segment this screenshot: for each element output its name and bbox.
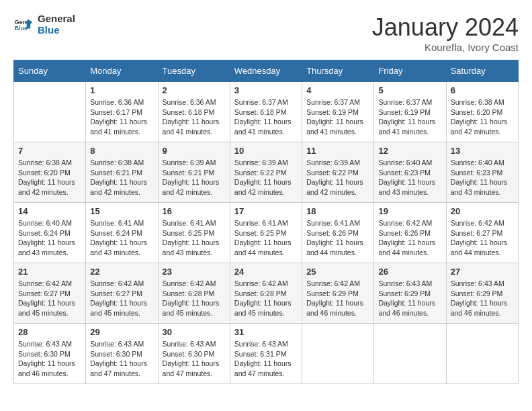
day-info: Sunrise: 6:38 AM Sunset: 6:21 PM Dayligh… [90,158,153,197]
day-info: Sunrise: 6:36 AM Sunset: 6:17 PM Dayligh… [90,97,153,137]
day-info: Sunrise: 6:38 AM Sunset: 6:20 PM Dayligh… [451,97,514,137]
day-info: Sunrise: 6:39 AM Sunset: 6:22 PM Dayligh… [306,158,369,197]
day-info: Sunrise: 6:42 AM Sunset: 6:26 PM Dayligh… [378,218,441,258]
day-info: Sunrise: 6:43 AM Sunset: 6:31 PM Dayligh… [234,339,298,379]
day-cell: 8Sunrise: 6:38 AM Sunset: 6:21 PM Daylig… [86,142,158,203]
day-cell: 2Sunrise: 6:36 AM Sunset: 6:18 PM Daylig… [158,82,230,142]
day-info: Sunrise: 6:42 AM Sunset: 6:29 PM Dayligh… [306,279,369,318]
day-number: 5 [378,85,441,95]
day-cell: 13Sunrise: 6:40 AM Sunset: 6:23 PM Dayli… [446,142,518,203]
day-number: 6 [451,85,514,95]
day-number: 21 [18,267,81,277]
day-info: Sunrise: 6:43 AM Sunset: 6:30 PM Dayligh… [18,339,81,379]
day-cell: 20Sunrise: 6:42 AM Sunset: 6:27 PM Dayli… [446,203,518,263]
day-info: Sunrise: 6:39 AM Sunset: 6:22 PM Dayligh… [234,158,298,197]
day-info: Sunrise: 6:40 AM Sunset: 6:23 PM Dayligh… [451,158,514,197]
day-number: 28 [18,327,81,337]
day-info: Sunrise: 6:43 AM Sunset: 6:29 PM Dayligh… [451,279,514,318]
week-row-2: 7Sunrise: 6:38 AM Sunset: 6:20 PM Daylig… [14,142,519,203]
day-cell: 11Sunrise: 6:39 AM Sunset: 6:22 PM Dayli… [302,142,374,203]
day-cell: 15Sunrise: 6:41 AM Sunset: 6:24 PM Dayli… [86,203,158,263]
week-row-5: 28Sunrise: 6:43 AM Sunset: 6:30 PM Dayli… [14,324,519,384]
day-info: Sunrise: 6:36 AM Sunset: 6:18 PM Dayligh… [163,97,226,137]
day-number: 29 [90,327,153,337]
day-info: Sunrise: 6:37 AM Sunset: 6:18 PM Dayligh… [234,97,298,137]
day-cell: 21Sunrise: 6:42 AM Sunset: 6:27 PM Dayli… [14,263,86,324]
day-cell: 24Sunrise: 6:42 AM Sunset: 6:28 PM Dayli… [230,263,302,324]
day-number: 31 [234,327,298,337]
day-cell: 3Sunrise: 6:37 AM Sunset: 6:18 PM Daylig… [230,82,302,142]
day-info: Sunrise: 6:41 AM Sunset: 6:24 PM Dayligh… [90,218,153,258]
day-info: Sunrise: 6:39 AM Sunset: 6:21 PM Dayligh… [163,158,226,197]
calendar-table: SundayMondayTuesdayWednesdayThursdayFrid… [13,60,519,384]
day-header-tuesday: Tuesday [158,60,230,82]
day-number: 25 [306,267,369,277]
day-number: 15 [90,206,153,216]
day-header-sunday: Sunday [14,60,86,82]
day-info: Sunrise: 6:41 AM Sunset: 6:25 PM Dayligh… [234,218,298,258]
day-number: 23 [163,267,226,277]
week-row-1: 1Sunrise: 6:36 AM Sunset: 6:17 PM Daylig… [14,82,519,142]
day-header-saturday: Saturday [446,60,518,82]
day-info: Sunrise: 6:43 AM Sunset: 6:30 PM Dayligh… [90,339,153,379]
day-info: Sunrise: 6:41 AM Sunset: 6:26 PM Dayligh… [306,218,369,258]
day-number: 2 [163,85,226,95]
day-info: Sunrise: 6:38 AM Sunset: 6:20 PM Dayligh… [18,158,81,197]
day-cell: 1Sunrise: 6:36 AM Sunset: 6:17 PM Daylig… [86,82,158,142]
day-cell: 10Sunrise: 6:39 AM Sunset: 6:22 PM Dayli… [230,142,302,203]
week-row-3: 14Sunrise: 6:40 AM Sunset: 6:24 PM Dayli… [14,203,519,263]
day-cell [14,82,86,142]
day-number: 26 [378,267,441,277]
day-cell: 31Sunrise: 6:43 AM Sunset: 6:31 PM Dayli… [230,324,302,384]
day-cell: 12Sunrise: 6:40 AM Sunset: 6:23 PM Dayli… [374,142,446,203]
day-info: Sunrise: 6:37 AM Sunset: 6:19 PM Dayligh… [306,97,369,137]
svg-text:Blue: Blue [14,25,28,32]
day-cell: 19Sunrise: 6:42 AM Sunset: 6:26 PM Dayli… [374,203,446,263]
day-info: Sunrise: 6:42 AM Sunset: 6:28 PM Dayligh… [163,279,226,318]
day-cell: 16Sunrise: 6:41 AM Sunset: 6:25 PM Dayli… [158,203,230,263]
day-info: Sunrise: 6:40 AM Sunset: 6:24 PM Dayligh… [18,218,81,258]
day-number: 1 [90,85,153,95]
day-cell: 27Sunrise: 6:43 AM Sunset: 6:29 PM Dayli… [446,263,518,324]
day-cell: 14Sunrise: 6:40 AM Sunset: 6:24 PM Dayli… [14,203,86,263]
day-number: 14 [18,206,81,216]
day-info: Sunrise: 6:43 AM Sunset: 6:29 PM Dayligh… [378,279,441,318]
day-number: 7 [18,146,81,156]
week-row-4: 21Sunrise: 6:42 AM Sunset: 6:27 PM Dayli… [14,263,519,324]
day-cell: 25Sunrise: 6:42 AM Sunset: 6:29 PM Dayli… [302,263,374,324]
logo: General Blue General Blue [13,13,75,36]
day-number: 18 [306,206,369,216]
day-cell: 6Sunrise: 6:38 AM Sunset: 6:20 PM Daylig… [446,82,518,142]
day-number: 13 [451,146,514,156]
day-number: 22 [90,267,153,277]
day-number: 19 [378,206,441,216]
location-subtitle: Kourefla, Ivory Coast [372,42,519,53]
day-cell: 26Sunrise: 6:43 AM Sunset: 6:29 PM Dayli… [374,263,446,324]
logo-general: General [38,13,75,25]
logo-blue: Blue [38,25,75,36]
day-number: 4 [306,85,369,95]
day-number: 10 [234,146,298,156]
day-number: 16 [163,206,226,216]
day-number: 17 [234,206,298,216]
day-cell: 17Sunrise: 6:41 AM Sunset: 6:25 PM Dayli… [230,203,302,263]
day-header-wednesday: Wednesday [230,60,302,82]
day-number: 3 [234,85,298,95]
title-block: January 2024 Kourefla, Ivory Coast [372,13,519,53]
day-number: 20 [451,206,514,216]
day-number: 30 [163,327,226,337]
month-title: January 2024 [372,13,519,42]
day-cell: 28Sunrise: 6:43 AM Sunset: 6:30 PM Dayli… [14,324,86,384]
day-cell [374,324,446,384]
day-header-monday: Monday [86,60,158,82]
day-info: Sunrise: 6:40 AM Sunset: 6:23 PM Dayligh… [378,158,441,197]
day-info: Sunrise: 6:37 AM Sunset: 6:19 PM Dayligh… [378,97,441,137]
day-cell: 29Sunrise: 6:43 AM Sunset: 6:30 PM Dayli… [86,324,158,384]
day-info: Sunrise: 6:41 AM Sunset: 6:25 PM Dayligh… [163,218,226,258]
day-cell: 18Sunrise: 6:41 AM Sunset: 6:26 PM Dayli… [302,203,374,263]
day-info: Sunrise: 6:42 AM Sunset: 6:28 PM Dayligh… [234,279,298,318]
day-info: Sunrise: 6:42 AM Sunset: 6:27 PM Dayligh… [451,218,514,258]
logo-icon: General Blue [13,15,32,34]
day-info: Sunrise: 6:42 AM Sunset: 6:27 PM Dayligh… [90,279,153,318]
day-cell [302,324,374,384]
